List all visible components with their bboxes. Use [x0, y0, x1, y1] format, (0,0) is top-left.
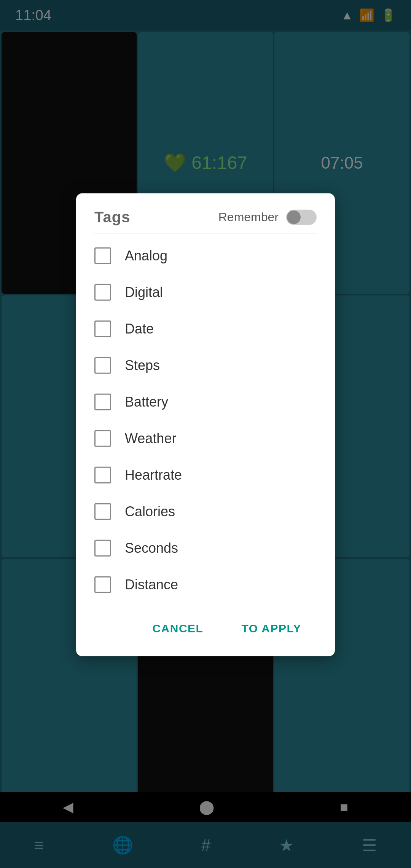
label-date: Date	[125, 321, 154, 337]
list-item-analog[interactable]: Analog	[76, 238, 335, 274]
label-analog: Analog	[125, 248, 167, 264]
dialog-header: Tags Remember	[76, 193, 335, 233]
label-digital: Digital	[125, 284, 163, 300]
checkbox-steps[interactable]	[94, 357, 111, 374]
checkbox-heartrate[interactable]	[94, 467, 111, 483]
list-item-steps[interactable]: Steps	[76, 347, 335, 384]
remember-label: Remember	[218, 210, 279, 224]
list-item-calories[interactable]: Calories	[76, 493, 335, 530]
remember-section: Remember	[218, 209, 317, 225]
apply-button[interactable]: TO APPLY	[226, 614, 317, 643]
list-item-weather[interactable]: Weather	[76, 420, 335, 457]
list-item-digital[interactable]: Digital	[76, 274, 335, 311]
label-calories: Calories	[125, 504, 175, 520]
label-heartrate: Heartrate	[125, 467, 182, 483]
label-seconds: Seconds	[125, 540, 178, 556]
checkbox-seconds[interactable]	[94, 540, 111, 557]
dialog-title: Tags	[94, 209, 130, 226]
list-item-date[interactable]: Date	[76, 311, 335, 347]
checkbox-digital[interactable]	[94, 284, 111, 301]
list-item-heartrate[interactable]: Heartrate	[76, 457, 335, 493]
list-item-distance[interactable]: Distance	[76, 566, 335, 603]
checkbox-distance[interactable]	[94, 576, 111, 593]
label-weather: Weather	[125, 431, 176, 447]
label-distance: Distance	[125, 577, 178, 593]
dialog-actions: CANCEL TO APPLY	[76, 607, 335, 656]
label-steps: Steps	[125, 357, 160, 373]
remember-toggle[interactable]	[286, 209, 317, 225]
label-battery: Battery	[125, 394, 168, 410]
checkbox-battery[interactable]	[94, 394, 111, 410]
checkbox-calories[interactable]	[94, 503, 111, 520]
checkbox-weather[interactable]	[94, 430, 111, 447]
cancel-button[interactable]: CANCEL	[137, 614, 218, 643]
list-item-seconds[interactable]: Seconds	[76, 530, 335, 566]
checkbox-analog[interactable]	[94, 247, 111, 264]
checkbox-date[interactable]	[94, 321, 111, 337]
tags-dialog: Tags Remember Analog Digital Date Steps	[76, 193, 335, 656]
toggle-knob	[287, 210, 301, 224]
tags-list: Analog Digital Date Steps Battery Weathe…	[76, 234, 335, 607]
list-item-battery[interactable]: Battery	[76, 384, 335, 420]
